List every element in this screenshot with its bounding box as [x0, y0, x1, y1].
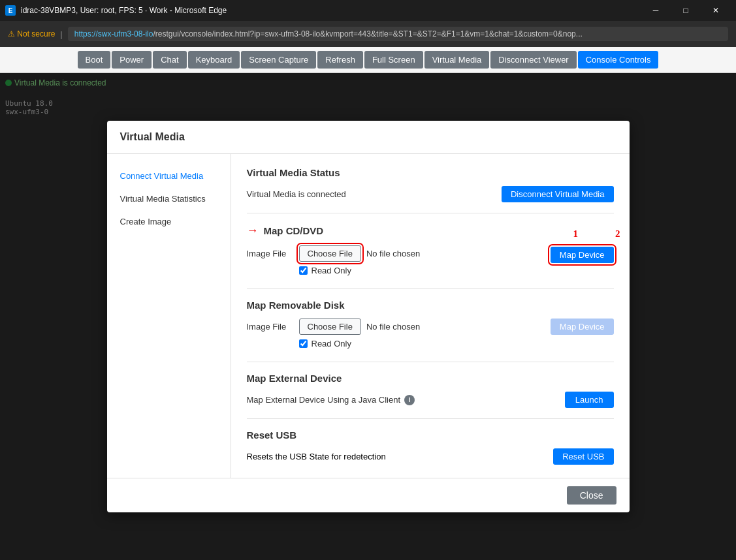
modal-header: Virtual Media	[107, 121, 630, 154]
refresh-button[interactable]: Refresh	[317, 51, 363, 69]
map-external-device-title: Map External Device	[247, 373, 614, 384]
full-screen-button[interactable]: Full Screen	[364, 51, 423, 69]
cd-dvd-map-device-button[interactable]: Map Device	[551, 247, 614, 263]
reset-usb-button[interactable]: Reset USB	[553, 448, 613, 465]
url-bar[interactable]: https://swx-ufm3-08-ilo/restgui/vconsole…	[68, 27, 728, 41]
removable-disk-image-file-row: Image File Choose File No file chosen	[247, 319, 421, 335]
sidebar-item-virtual-media-statistics[interactable]: Virtual Media Statistics	[107, 187, 231, 210]
screen-capture-button[interactable]: Screen Capture	[241, 51, 316, 69]
removable-disk-file-input-group: Choose File No file chosen	[299, 319, 421, 335]
cd-dvd-image-file-row: Image File Choose File No file chosen	[247, 245, 421, 262]
console-controls-button[interactable]: Console Controls	[578, 51, 659, 69]
map-cd-dvd-title: → Map CD/DVD	[247, 224, 614, 238]
removable-disk-read-only-checkbox[interactable]	[299, 339, 308, 348]
modal-overlay: Virtual Media Connect Virtual Media Virt…	[0, 73, 736, 560]
map-removable-disk-title: Map Removable Disk	[247, 300, 614, 311]
toolbar: Boot Power Chat Keyboard Screen Capture …	[0, 47, 736, 73]
vm-status-section-title: Virtual Media Status	[247, 167, 614, 178]
launch-button[interactable]: Launch	[565, 392, 614, 408]
removable-disk-read-only-row: Read Only	[299, 339, 421, 349]
chat-button[interactable]: Chat	[153, 51, 186, 69]
url-rest: /restgui/vconsole/index.html?ip=swx-ufm3…	[153, 29, 582, 39]
titlebar-title: idrac-38VBMP3, User: root, FPS: 5 · Work…	[21, 6, 635, 15]
close-modal-button[interactable]: Close	[567, 486, 616, 505]
titlebar-controls: ─ □ ✕	[641, 0, 731, 21]
keyboard-button[interactable]: Keyboard	[188, 51, 240, 69]
reset-usb-row: Resets the USB State for redetection Res…	[247, 448, 614, 465]
reset-usb-title: Reset USB	[247, 429, 614, 441]
cd-dvd-image-file-label: Image File	[247, 249, 299, 258]
map-cd-dvd-section: → Map CD/DVD Image File Choose File No f…	[247, 224, 614, 278]
virtual-media-status-section: Virtual Media Status Virtual Media is co…	[247, 167, 614, 202]
not-secure-indicator: ⚠ Not secure	[8, 29, 55, 39]
disconnect-virtual-media-button[interactable]: Disconnect Virtual Media	[502, 186, 614, 202]
url-highlight: https://swx-ufm3-08-ilo	[74, 29, 153, 39]
removable-disk-choose-file-button[interactable]: Choose File	[299, 319, 361, 335]
cd-dvd-read-only-label: Read Only	[312, 266, 351, 275]
removable-disk-map-device-button[interactable]: Map Device	[551, 319, 614, 335]
restore-button[interactable]: □	[671, 0, 701, 21]
cd-dvd-choose-file-button[interactable]: Choose File	[299, 245, 361, 262]
minimize-button[interactable]: ─	[641, 0, 671, 21]
divider-2	[247, 288, 614, 289]
removable-disk-no-file-text: No file chosen	[366, 322, 420, 332]
boot-button[interactable]: Boot	[78, 51, 111, 69]
cd-dvd-no-file-text: No file chosen	[366, 249, 420, 258]
addressbar: ⚠ Not secure | https://swx-ufm3-08-ilo/r…	[0, 21, 736, 47]
cd-dvd-file-input-group: Choose File No file chosen	[299, 245, 421, 262]
ext-device-description: Map External Device Using a Java Client …	[247, 395, 415, 405]
reset-usb-section: Reset USB Resets the USB State for redet…	[247, 429, 614, 465]
map-external-device-section: Map External Device Map External Device …	[247, 373, 614, 408]
info-icon[interactable]: i	[404, 395, 415, 405]
modal-content-area: Virtual Media Status Virtual Media is co…	[231, 154, 630, 478]
virtual-media-modal: Virtual Media Connect Virtual Media Virt…	[107, 121, 630, 512]
vm-status-row: Virtual Media is connected Disconnect Vi…	[247, 186, 614, 202]
divider-4	[247, 418, 614, 419]
titlebar: E idrac-38VBMP3, User: root, FPS: 5 · Wo…	[0, 0, 736, 21]
cd-dvd-read-only-row: Read Only	[299, 266, 421, 275]
removable-disk-read-only-label: Read Only	[312, 339, 351, 349]
divider-1	[247, 213, 614, 213]
map-removable-disk-section: Map Removable Disk Image File Choose Fil…	[247, 300, 614, 351]
ext-device-row: Map External Device Using a Java Client …	[247, 392, 614, 408]
vm-connected-text: Virtual Media is connected	[247, 189, 346, 199]
browser-icon: E	[5, 5, 16, 16]
modal-sidebar: Connect Virtual Media Virtual Media Stat…	[107, 154, 231, 478]
disconnect-viewer-button[interactable]: Disconnect Viewer	[490, 51, 576, 69]
reset-usb-description: Resets the USB State for redetection	[247, 452, 386, 461]
sidebar-item-create-image[interactable]: Create Image	[107, 210, 231, 233]
modal-footer: Close	[107, 478, 630, 512]
virtual-media-button[interactable]: Virtual Media	[424, 51, 490, 69]
power-button[interactable]: Power	[112, 51, 152, 69]
arrow-annotation: →	[247, 224, 259, 238]
main-area: Virtual Media is connected Ubuntu 18.0 s…	[0, 73, 736, 560]
divider-3	[247, 362, 614, 362]
close-window-button[interactable]: ✕	[701, 0, 731, 21]
modal-body: Connect Virtual Media Virtual Media Stat…	[107, 154, 630, 478]
removable-disk-image-file-label: Image File	[247, 322, 299, 332]
sidebar-item-connect-virtual-media[interactable]: Connect Virtual Media	[107, 164, 231, 187]
annotation-2: 2	[615, 228, 620, 240]
modal-title: Virtual Media	[120, 131, 185, 142]
cd-dvd-read-only-checkbox[interactable]	[299, 266, 308, 275]
